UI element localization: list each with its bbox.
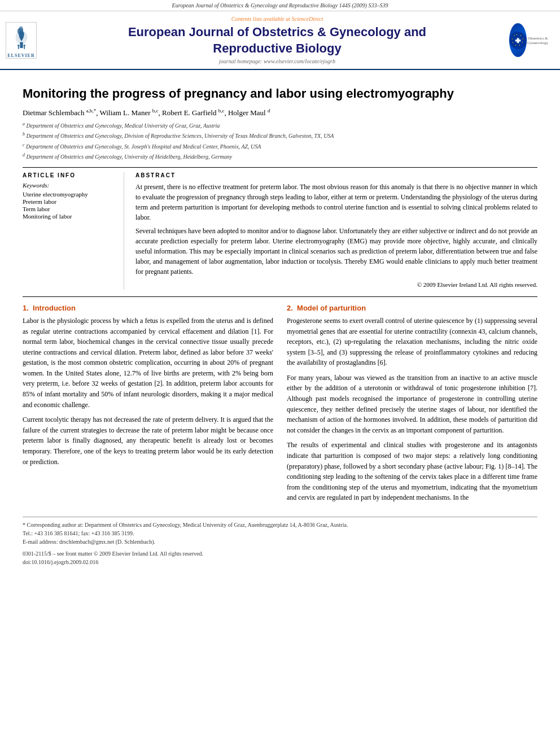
intro-text: Labor is the physiologic process by whic…	[23, 316, 273, 467]
abstract-para-2: Several techniques have been adopted to …	[135, 226, 537, 277]
authors-line: Dietmar Schlembach a,b,*, Wiliam L. Mane…	[23, 108, 537, 117]
top-citation-bar: European Journal of Obstetrics & Gynecol…	[0, 0, 560, 11]
elsevier-logo-svg	[7, 23, 36, 52]
svg-text:★: ★	[512, 41, 514, 43]
abstract-para-1: At present, there is no effective treatm…	[135, 182, 537, 222]
model-para-1: Progesterone seems to exert overall cont…	[287, 316, 537, 368]
intro-para-2: Current tocolytic therapy has not decrea…	[23, 414, 273, 467]
journal-title-line1: European Journal of Obstetrics & Gynecol…	[128, 25, 426, 39]
svg-rect-5	[24, 46, 25, 49]
body-two-columns: 1. Introduction Labor is the physiologic…	[23, 304, 537, 508]
intro-para-1: Labor is the physiologic process by whic…	[23, 316, 273, 410]
keyword-4: Monitoring of labor	[23, 213, 117, 220]
svg-text:★: ★	[515, 43, 517, 46]
model-text: Progesterone seems to exert overall cont…	[287, 316, 537, 503]
footnote-section: * Corresponding author at: Department of…	[23, 517, 537, 566]
elsevier-wordmark: ELSEVIER	[7, 53, 34, 58]
copyright-line: © 2009 Elsevier Ireland Ltd. All rights …	[135, 280, 537, 290]
authors-text: Dietmar Schlembach a,b,*, Wiliam L. Mane…	[23, 108, 270, 117]
journal-header: ELSEVIER Contents lists available at Sci…	[0, 11, 560, 70]
citation-text: European Journal of Obstetrics & Gynecol…	[172, 2, 388, 8]
divider-top	[23, 167, 537, 168]
body-left-column: 1. Introduction Labor is the physiologic…	[23, 304, 273, 508]
footnote-text: * Corresponding author at: Department of…	[23, 521, 537, 566]
sciencedirect-name[interactable]: ScienceDirect	[291, 16, 323, 22]
footnote-doi: doi:10.1016/j.ejogrb.2009.02.016	[23, 558, 537, 566]
elsevier-logo-container: ELSEVIER	[6, 22, 45, 59]
svg-text:★: ★	[522, 41, 523, 43]
journal-title-line2: Reproductive Biology	[213, 41, 341, 55]
svg-text:★: ★	[516, 33, 518, 35]
svg-text:★: ★	[511, 37, 513, 40]
svg-point-4	[23, 45, 25, 46]
divider-bottom	[23, 296, 537, 297]
obg-logo-label: Obstetrics & Gynaecology	[527, 36, 549, 45]
article-title: Monitoring the progress of pregnancy and…	[23, 86, 537, 102]
affiliation-b: b Department of Obstetrics and Gynecolog…	[23, 131, 537, 141]
journal-title: European Journal of Obstetrics & Gynecol…	[51, 24, 504, 56]
affiliations: a Department of Obstetrics and Gynecolog…	[23, 121, 537, 161]
obg-logo: ★ ★ ★ ★ ★ ★ ★ ★ ★	[509, 23, 549, 57]
svg-rect-17	[515, 40, 521, 41]
article-content: Monitoring the progress of pregnancy and…	[0, 70, 560, 578]
affiliation-a: a Department of Obstetrics and Gynecolog…	[23, 121, 537, 130]
elsevier-logo-box: ELSEVIER	[6, 22, 37, 59]
footnote-corresponding: * Corresponding author at: Department of…	[23, 521, 537, 538]
keywords-label: Keywords:	[23, 182, 117, 189]
footnote-email: E-mail address: drschlembach@gmx.net (D.…	[23, 538, 537, 546]
affiliation-d: d Department of Obstetrics and Gynecolog…	[23, 152, 537, 161]
svg-point-2	[18, 45, 19, 46]
model-para-2: For many years, labour was viewed as the…	[287, 373, 537, 436]
svg-text:★: ★	[522, 37, 524, 40]
article-info-column: ARTICLE INFO Keywords: Uterine electromy…	[23, 172, 124, 290]
obg-circle: ★ ★ ★ ★ ★ ★ ★ ★ ★	[509, 23, 527, 57]
svg-text:★: ★	[519, 43, 520, 46]
article-info-label: ARTICLE INFO	[23, 172, 117, 178]
journal-homepage: journal homepage: www.elsevier.com/locat…	[51, 58, 504, 64]
intro-heading: 1. Introduction	[23, 304, 273, 312]
obg-logo-svg: ★ ★ ★ ★ ★ ★ ★ ★ ★	[509, 25, 527, 56]
body-right-column: 2. Model of parturition Progesterone see…	[287, 304, 537, 508]
journal-title-container: Contents lists available at ScienceDirec…	[51, 16, 504, 64]
svg-text:★: ★	[520, 34, 522, 36]
obg-logo-container: ★ ★ ★ ★ ★ ★ ★ ★ ★	[509, 23, 554, 57]
abstract-column: ABSTRACT At present, there is no effecti…	[135, 172, 537, 290]
info-abstract-section: ARTICLE INFO Keywords: Uterine electromy…	[23, 172, 537, 290]
sciencedirect-prefix: Contents lists available at	[231, 16, 292, 22]
footnote-issn: 0301-2115/$ – see front matter © 2009 El…	[23, 549, 537, 558]
keyword-3: Term labor	[23, 206, 117, 212]
keyword-1: Uterine electromyography	[23, 191, 117, 198]
svg-rect-3	[18, 46, 19, 49]
sciencedirect-link: Contents lists available at ScienceDirec…	[51, 16, 504, 22]
abstract-text: At present, there is no effective treatm…	[135, 182, 537, 290]
affiliation-c: c Department of Obstetrics and Gynecolog…	[23, 142, 537, 151]
svg-text:★: ★	[514, 34, 515, 36]
abstract-label: ABSTRACT	[135, 172, 537, 178]
page-wrapper: European Journal of Obstetrics & Gynecol…	[0, 0, 560, 747]
keyword-2: Preterm labor	[23, 198, 117, 205]
model-para-3: The results of experimental and clinical…	[287, 440, 537, 503]
model-heading: 2. Model of parturition	[287, 304, 537, 312]
